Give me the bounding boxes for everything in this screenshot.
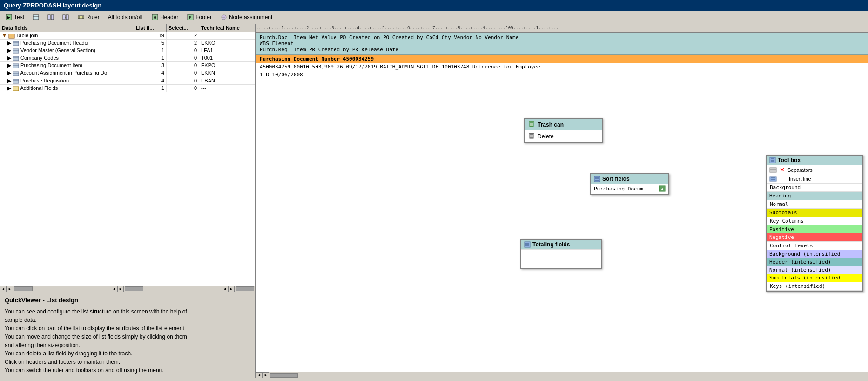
info-title: QuickViewer - List design: [5, 296, 250, 305]
tree-row[interactable]: ▶ Purchasing Document Header 5 2 EKKO: [0, 40, 255, 47]
svg-text:H: H: [154, 15, 156, 20]
tree-row[interactable]: ▶ Purchasing Document Item 3 0 EKPO: [0, 62, 255, 69]
x-icon: ✕: [780, 166, 785, 173]
color-keys-intensified[interactable]: Keys (intensified): [767, 282, 862, 291]
scroll-left[interactable]: ◄: [0, 286, 7, 292]
scroll-right2[interactable]: ►: [117, 286, 124, 292]
color-normal-intensified[interactable]: Normal (intensified): [767, 266, 862, 274]
tree-row[interactable]: ▶ Account Assignment in Purchasing Do 4 …: [0, 69, 255, 77]
all-tools-label: All tools on/off: [108, 14, 143, 20]
tree-cell-label: ▶ Vendor Master (General Section): [0, 47, 134, 54]
color-subtotals[interactable]: Subtotals: [767, 209, 862, 217]
tree-scrollbar-h[interactable]: ◄ ► ◄ ► ◄ ►: [0, 286, 255, 292]
scroll-thumb[interactable]: [14, 286, 33, 291]
color-sum-totals-intensified[interactable]: Sum totals (intensified: [767, 274, 862, 282]
color-background-intensified[interactable]: Background (intensified: [767, 250, 862, 258]
tree-row[interactable]: ▶ Company Codes 1 0 T001: [0, 54, 255, 62]
svg-rect-19: [9, 34, 14, 38]
totaling-fields-label: Totaling fields: [532, 241, 570, 248]
totaling-fields-widget: Totaling fields: [520, 239, 602, 269]
tree-cell-select: 0: [167, 69, 199, 76]
toolbox-insert-line[interactable]: Insert line: [767, 175, 862, 183]
tree-cell-tech: LFA1: [199, 47, 255, 54]
tree-cell-select: 0: [167, 47, 199, 54]
right-panel: .....+....1....+....2....+....3....+....…: [256, 24, 868, 378]
color-heading[interactable]: Heading: [767, 192, 862, 200]
scroll-thumb3[interactable]: [236, 286, 254, 291]
trash-icon: [528, 121, 535, 129]
tree-cell-list: 5: [134, 40, 167, 47]
scroll-right3[interactable]: ►: [228, 286, 235, 292]
toolbar: ▶ Test Ruler All tools on/off H Header F…: [0, 11, 868, 24]
tree-cell-list: 3: [134, 62, 167, 69]
svg-rect-24: [13, 56, 19, 61]
tree-cell-tech: [199, 32, 255, 39]
tree-cell-label: ▼ Table join: [0, 32, 134, 39]
ruler: .....+....1....+....2....+....3....+....…: [256, 24, 868, 33]
test-button[interactable]: ▶ Test: [3, 12, 27, 22]
svg-rect-20: [13, 41, 19, 46]
tree-cell-list: 1: [134, 54, 167, 61]
color-header-intensified[interactable]: Header (intensified): [767, 258, 862, 266]
toolbox-separators[interactable]: ✕ Separators: [767, 165, 862, 175]
data-row-2: 1 R 10/06/2008: [256, 71, 868, 79]
btn-icon1[interactable]: [30, 13, 41, 22]
color-key-columns[interactable]: Key Columns: [767, 217, 862, 225]
data-row-1: 4500034259 00010 503,969.26 09/17/2019 B…: [256, 63, 868, 71]
info-line: You can move and change the size of list…: [5, 333, 250, 341]
btn-icon2[interactable]: [45, 13, 56, 22]
tree-cell-select: 2: [167, 40, 199, 47]
tree-cell-label: ▶ Company Codes: [0, 54, 134, 61]
svg-rect-22: [13, 49, 19, 53]
design-scrollbar[interactable]: ◄ ►: [256, 372, 868, 378]
header-label: Header: [160, 14, 178, 20]
tree-row[interactable]: ▶ Additional Fields 1 0 ---: [0, 85, 255, 92]
toolbox-label: Tool box: [778, 157, 801, 163]
color-control-levels[interactable]: Control Levels: [767, 241, 862, 250]
svg-rect-59: [770, 177, 776, 181]
trash-label: Trash can: [538, 122, 564, 128]
design-scroll-left[interactable]: ◄: [256, 372, 262, 379]
tree-cell-tech: EKPO: [199, 62, 255, 69]
tree-cell-label: ▶ Purchasing Document Header: [0, 40, 134, 47]
totaling-fields-title: Totaling fields: [521, 240, 601, 249]
context-menu-delete[interactable]: Delete: [525, 130, 602, 142]
header-button[interactable]: H Header: [149, 12, 181, 22]
context-menu-trash[interactable]: Trash can: [525, 119, 602, 130]
ruler-button[interactable]: Ruler: [75, 12, 102, 22]
sort-fields-content: Purchasing Docum ▲: [591, 184, 668, 194]
scroll-right[interactable]: ►: [7, 286, 13, 292]
col-data-fields: Data fields: [0, 24, 134, 32]
header-lines: Purch.Doc. Item Net Value PO Created on …: [256, 33, 868, 55]
color-normal[interactable]: Normal: [767, 200, 862, 209]
svg-rect-5: [51, 15, 54, 20]
totaling-empty-area: [521, 249, 601, 268]
left-panel: Data fields List fi... Select... Technic…: [0, 24, 256, 378]
btn-icon3[interactable]: [60, 13, 71, 22]
design-scroll-thumb[interactable]: [270, 373, 298, 378]
tree-header: Data fields List fi... Select... Technic…: [0, 24, 255, 32]
tree-cell-select: 2: [167, 32, 199, 39]
node-assignment-label: Node assignment: [229, 14, 272, 20]
toolbox-widget: Tool box ✕ Separators Insert line Backgr…: [766, 155, 863, 292]
footer-button[interactable]: F Footer: [184, 12, 214, 22]
design-scroll-right[interactable]: ►: [262, 372, 269, 379]
tree-cell-tech: EKKN: [199, 69, 255, 76]
color-background[interactable]: Background: [767, 183, 862, 192]
tree-row[interactable]: ▶ Vendor Master (General Section) 1 0 LF…: [0, 47, 255, 54]
design-area[interactable]: Purch.Doc. Item Net Value PO Created on …: [256, 33, 868, 378]
scroll-left3[interactable]: ◄: [222, 286, 228, 292]
color-positive[interactable]: Positive: [767, 225, 862, 233]
sort-fields-title: Sort fields: [591, 174, 668, 184]
node-assignment-button[interactable]: Node assignment: [218, 12, 275, 22]
orange-row: Purchasing Document Number 4500034259: [256, 55, 868, 63]
color-negative[interactable]: Negative: [767, 233, 862, 241]
tree-cell-tech: T001: [199, 54, 255, 61]
tree-row[interactable]: ▶ Purchase Requisition 4 0 EBAN: [0, 77, 255, 85]
svg-text:F: F: [189, 15, 192, 20]
svg-rect-2: [33, 15, 39, 20]
scroll-left2[interactable]: ◄: [111, 286, 117, 292]
tree-row[interactable]: ▼ Table join 19 2: [0, 32, 255, 40]
scroll-thumb2[interactable]: [125, 286, 143, 291]
all-tools-button[interactable]: All tools on/off: [106, 13, 145, 22]
